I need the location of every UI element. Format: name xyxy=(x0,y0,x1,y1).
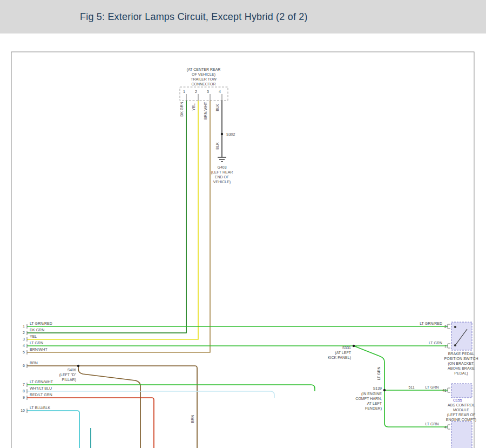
pin-number: 3 xyxy=(207,90,209,93)
wire-label: DK GRN xyxy=(30,328,44,332)
wire-number: 4 xyxy=(23,344,25,347)
splice-dot-s331 xyxy=(353,345,355,347)
pin-number: 4 xyxy=(444,425,447,429)
wire-yel xyxy=(27,101,198,339)
wire-wht-lt-blu xyxy=(27,391,274,398)
trailer-connector-box xyxy=(180,87,228,101)
wire-number: 8 xyxy=(23,389,25,393)
wire-label-yel-vertical: YEL xyxy=(192,103,195,110)
wire-number: 1 xyxy=(23,324,25,328)
svg-text:FENDER): FENDER) xyxy=(365,406,382,411)
wire-label: RED/LT GRN xyxy=(30,393,52,397)
wire-dk-grn xyxy=(27,101,186,333)
wire-number: 2 xyxy=(23,331,25,335)
splice-dot-s406 xyxy=(77,365,79,367)
abs-module-caption: ABS CONTROL xyxy=(448,403,475,407)
pin-number: 4 xyxy=(219,90,221,93)
svg-text:PEDAL): PEDAL) xyxy=(454,371,468,376)
wire-brn xyxy=(27,366,197,448)
pin-number: 2 xyxy=(444,325,447,329)
splice-label-s139: S139 xyxy=(373,386,382,390)
svg-text:(LEFT REAR: (LEFT REAR xyxy=(211,170,233,175)
svg-text:CONNECTOR: CONNECTOR xyxy=(192,82,216,86)
wire-label-lt-grn-vertical: LT GRN xyxy=(377,366,381,380)
wire-number: 3 xyxy=(23,337,25,341)
figure-title: Fig 5: Exterior Lamps Circuit, Except Hy… xyxy=(80,11,308,23)
wire-lt-blu-blk xyxy=(27,411,79,448)
figure-title-bar: Fig 5: Exterior Lamps Circuit, Except Hy… xyxy=(0,0,486,34)
wire-label: WHT/LT BLU xyxy=(30,386,52,390)
svg-text:VEHICLE): VEHICLE) xyxy=(213,180,231,184)
pin-tick xyxy=(448,425,450,429)
wire-brn-s406-branch xyxy=(78,366,140,448)
connector-label-c155[interactable]: C155 xyxy=(453,398,462,402)
pin-number: 1 xyxy=(183,90,185,93)
abs-module-box xyxy=(451,384,472,398)
wire-label: LT GRN/RED xyxy=(30,322,52,325)
wire-label: BRN xyxy=(30,361,38,365)
splice-label-s302: S302 xyxy=(226,132,235,136)
svg-text:(LEFT REAR OF: (LEFT REAR OF xyxy=(447,413,475,417)
svg-text:POSITION SWITCH: POSITION SWITCH xyxy=(444,357,478,360)
trailer-connector-location: (AT CENTER REAR xyxy=(187,68,221,72)
ground-label-g403: G403 xyxy=(217,165,226,169)
circuit-number: 511 xyxy=(408,385,414,389)
svg-text:MODULE: MODULE xyxy=(453,408,469,412)
svg-text:KICK PANEL): KICK PANEL) xyxy=(328,356,351,360)
diagram-frame xyxy=(11,52,474,448)
wire-label: YEL xyxy=(30,335,37,338)
wire-label-brn-wht-vertical: BRN/WHT xyxy=(204,102,207,119)
svg-text:PILLAR): PILLAR) xyxy=(62,378,76,382)
svg-text:(ON BRACKET,: (ON BRACKET, xyxy=(448,362,474,366)
pin-tick xyxy=(448,324,450,329)
wire-label-blk-lower: BLK xyxy=(215,142,219,150)
svg-text:(AT LEFT: (AT LEFT xyxy=(335,351,351,355)
bottom-connector-box xyxy=(451,422,472,448)
brake-switch-caption: BRAKE PEDAL xyxy=(448,352,475,356)
wire-lt-grn-wht xyxy=(27,385,315,391)
svg-text:COMPT HARN,: COMPT HARN, xyxy=(355,397,382,400)
wire-number: 7 xyxy=(23,383,25,386)
wire-label-abs: LT GRN xyxy=(425,385,438,389)
svg-text:END OF: END OF xyxy=(215,175,229,179)
ground-symbol-g403 xyxy=(218,157,226,162)
trailer-tow-connector: (AT CENTER REAR OF VEHICLE) TRAILER TOW … xyxy=(180,68,228,101)
wire-label-brake-bottom: LT GRN xyxy=(429,341,442,345)
wire-label-dk-grn-vertical: DK GRN xyxy=(180,102,184,116)
splice-dot-s139 xyxy=(383,389,386,391)
wire-label: BRN/WHT xyxy=(30,347,48,351)
wire-label-blk-vertical: BLK xyxy=(215,104,219,111)
wire-label: LT GRN/WHT xyxy=(30,380,53,384)
trailer-connector-pin-ticks xyxy=(186,94,222,101)
svg-text:(IN ENGINE: (IN ENGINE xyxy=(361,392,382,396)
trailer-connector-name: TRAILER TOW xyxy=(191,77,217,81)
pin-number: 1 xyxy=(444,344,447,348)
wire-label-brake-top: LT GRN/RED xyxy=(420,322,442,325)
pin-tick xyxy=(448,344,450,348)
wire-number: 6 xyxy=(23,364,25,367)
wire-label: LT BLU/BLK xyxy=(30,406,51,410)
wire-number: 10 xyxy=(21,409,25,412)
splice-label-s406: S406 xyxy=(68,368,76,372)
splice-label-s331: S331 xyxy=(342,346,351,350)
wire-number: 9 xyxy=(23,396,25,399)
svg-text:AT LEFT: AT LEFT xyxy=(367,402,382,405)
wire-brn-wht xyxy=(27,101,210,352)
wiring-diagram: (AT CENTER REAR OF VEHICLE) TRAILER TOW … xyxy=(0,34,486,448)
pin-tick xyxy=(448,388,450,392)
splice-dot-s302 xyxy=(221,133,223,135)
pin-number: 41 xyxy=(442,389,447,392)
wire-number: 5 xyxy=(23,350,25,354)
wire-label-bottom: LT GRN xyxy=(425,422,438,426)
svg-text:(LEFT "D": (LEFT "D" xyxy=(59,373,77,377)
pin-number: 2 xyxy=(195,90,197,93)
svg-text:ABOVE BRAKE: ABOVE BRAKE xyxy=(448,366,475,370)
wire-label: LT GRN xyxy=(30,341,43,345)
wire-label-brn-vertical: BRN xyxy=(191,415,194,423)
svg-text:OF VEHICLE): OF VEHICLE) xyxy=(192,72,215,77)
